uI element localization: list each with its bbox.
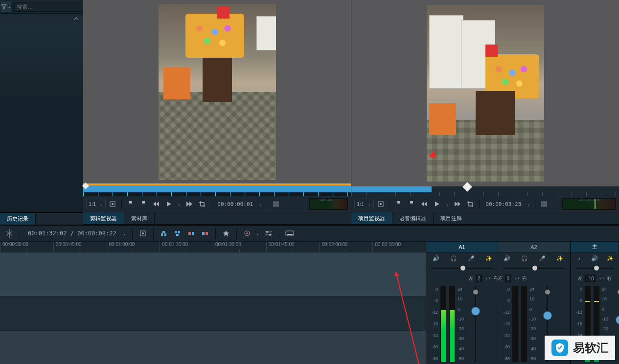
scrub-bar-left[interactable] <box>83 185 351 192</box>
crop-button-r[interactable] <box>464 198 476 210</box>
audio-track[interactable] <box>0 296 426 331</box>
scrub-bar-right[interactable] <box>351 186 619 192</box>
sidebar: ⌄ 历史记录 <box>0 0 83 225</box>
favorite-icon[interactable] <box>137 227 149 240</box>
svg-rect-8 <box>162 231 165 233</box>
tab-history[interactable]: 历史记录 <box>0 213 36 225</box>
expand-icon[interactable]: › <box>575 254 583 262</box>
tab-asset-library[interactable]: 素材库 <box>124 212 155 224</box>
wand-icon[interactable]: ✨ <box>556 254 564 262</box>
ruler-mark: 00:01:45:00 <box>266 242 320 252</box>
svg-rect-11 <box>176 234 179 236</box>
split-button[interactable] <box>3 227 16 240</box>
collapse-panel-button[interactable] <box>0 14 83 23</box>
ruler-mark: 00:01:00:00 <box>107 242 160 252</box>
svg-point-17 <box>246 232 248 234</box>
mark-in-button-r[interactable] <box>393 198 405 210</box>
forward-button[interactable] <box>183 198 195 210</box>
timecode-left[interactable]: 00:00:00:01 <box>214 201 256 207</box>
svg-rect-15 <box>206 232 208 235</box>
mixer-tab-a2[interactable]: A2 <box>498 242 570 252</box>
forward-button-r[interactable] <box>452 198 463 210</box>
play-button-r[interactable] <box>431 198 443 210</box>
play-dropdown[interactable]: ⌄ <box>176 198 183 210</box>
pan-knob-a2[interactable] <box>532 266 537 271</box>
mic-icon[interactable]: 🎤 <box>538 254 546 262</box>
ruler-mark: 00:02:15:00 <box>372 242 426 252</box>
video-preview-right <box>427 5 544 182</box>
settings-icon[interactable] <box>262 227 275 240</box>
arrange-2-icon[interactable] <box>171 227 184 240</box>
pan-knob-master[interactable] <box>594 266 599 271</box>
timeline-ruler[interactable]: 00:00:30:00 00:00:45:00 00:01:00:00 00:0… <box>0 242 426 252</box>
tab-clip-monitor[interactable]: 剪辑监视器 <box>83 212 124 224</box>
fader-master[interactable] <box>616 316 619 324</box>
pan-value-master[interactable]: -10 <box>585 274 596 282</box>
wand-icon[interactable]: ✨ <box>606 254 614 262</box>
svg-rect-6 <box>161 233 163 236</box>
menu-button-r[interactable] <box>538 198 550 210</box>
speaker-icon[interactable]: 🔊 <box>591 254 598 262</box>
mark-out-button[interactable] <box>138 198 149 210</box>
timeline-toolbar: 00:01:32:02 / 00:00:08:22 ⌄ ⌄ <box>0 225 619 242</box>
fader-a1[interactable] <box>472 307 480 315</box>
tab-voice-editor[interactable]: 语音编辑器 <box>392 212 434 224</box>
arrange-3-icon[interactable] <box>185 227 198 240</box>
pan-value-a2[interactable]: 0 <box>505 274 512 282</box>
fullframe-button-r[interactable] <box>375 198 387 210</box>
pan-value-a1[interactable]: 2 <box>476 274 482 282</box>
db-scale-right: 24100-10-20-30-40-50 <box>529 286 540 362</box>
mark-in-button[interactable] <box>125 198 137 210</box>
headphone-icon[interactable]: 🎧 <box>450 254 458 262</box>
rewind-button-r[interactable] <box>418 198 430 210</box>
timecode-dropdown[interactable]: ⌄ <box>257 198 264 210</box>
rewind-button[interactable] <box>150 198 162 210</box>
svg-rect-21 <box>287 234 293 235</box>
svg-rect-14 <box>202 232 205 235</box>
headphone-icon[interactable]: 🎧 <box>521 254 528 262</box>
pan-knob-a1[interactable] <box>460 266 465 271</box>
svg-rect-20 <box>286 231 294 236</box>
timecode-right[interactable]: 00:00:03:23 <box>482 201 524 207</box>
tab-project-notes[interactable]: 项目注释 <box>434 212 469 224</box>
play-dropdown-r[interactable]: ⌄ <box>444 198 451 210</box>
mic-icon[interactable]: 🎤 <box>467 254 475 262</box>
aspect-dropdown[interactable]: 1:1⌄ <box>86 199 106 209</box>
play-button[interactable] <box>163 198 175 210</box>
tab-project-monitor[interactable]: 项目监视器 <box>351 212 392 224</box>
speaker-icon[interactable]: 🔊 <box>432 254 440 262</box>
svg-rect-7 <box>164 233 166 236</box>
speaker-icon[interactable]: 🔊 <box>503 254 511 262</box>
star-icon[interactable] <box>220 227 232 240</box>
crop-button[interactable] <box>196 198 208 210</box>
aspect-dropdown-r[interactable]: 1:1⌄ <box>354 199 374 209</box>
level-meter-a2-r <box>521 286 527 362</box>
wand-icon[interactable]: ✨ <box>485 254 493 262</box>
svg-point-1 <box>112 203 114 205</box>
svg-point-5 <box>142 232 144 234</box>
mixer-tab-a1[interactable]: A1 <box>426 242 498 252</box>
svg-rect-13 <box>192 232 194 235</box>
watermark: 易软汇 <box>545 336 615 360</box>
svg-point-18 <box>266 231 268 233</box>
arrange-4-icon[interactable] <box>199 227 211 240</box>
mark-out-button-r[interactable] <box>406 198 417 210</box>
timeline-position[interactable]: 00:01:32:02 / 00:00:08:22 <box>24 230 120 237</box>
mixer-tab-master[interactable]: 主 <box>571 242 619 252</box>
arrange-1-icon[interactable] <box>158 227 170 240</box>
svg-point-3 <box>380 203 382 205</box>
db-scale-right: 24100-10-20-30-40-50 <box>458 286 468 362</box>
fader-a2[interactable] <box>544 312 551 319</box>
video-track[interactable] <box>0 252 426 296</box>
record-dropdown[interactable]: ⌄ <box>254 227 261 240</box>
record-icon[interactable] <box>241 227 253 240</box>
filter-button[interactable]: ⌄ <box>1 1 11 12</box>
subtitle-icon[interactable] <box>283 227 296 240</box>
timecode-dropdown-r[interactable]: ⌄ <box>525 198 532 210</box>
menu-button[interactable] <box>270 198 282 210</box>
tl-dropdown[interactable]: ⌄ <box>121 227 128 240</box>
fullframe-button[interactable] <box>107 198 118 210</box>
svg-rect-10 <box>178 231 180 233</box>
search-input[interactable] <box>13 2 88 12</box>
timeline[interactable]: 00:00:30:00 00:00:45:00 00:01:00:00 00:0… <box>0 242 426 364</box>
